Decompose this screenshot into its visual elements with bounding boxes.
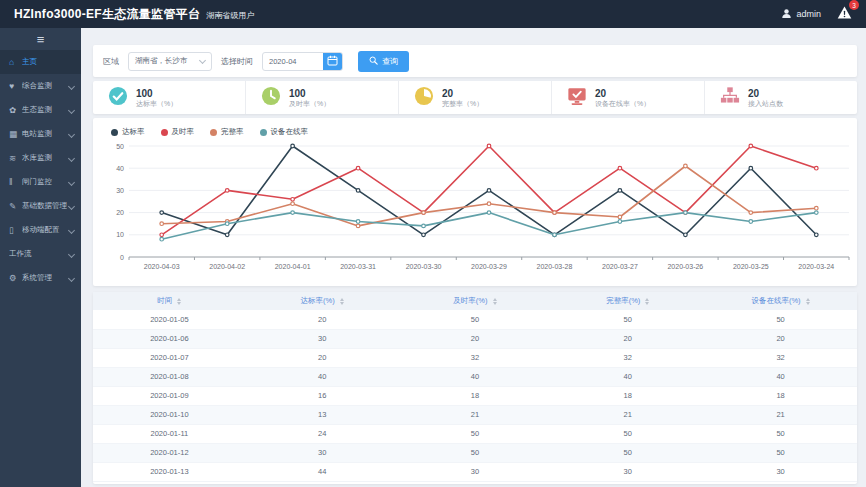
- svg-text:50: 50: [116, 143, 124, 150]
- sort-icon: [806, 298, 810, 305]
- chevron-down-icon: [68, 250, 75, 257]
- table-cell: 18: [551, 386, 704, 405]
- stat-text: 20 完整率（%）: [442, 88, 483, 108]
- sidebar-item-0[interactable]: ⌂主页: [0, 50, 81, 74]
- column-header-0[interactable]: 时间: [93, 292, 246, 310]
- svg-text:2020-03-31: 2020-03-31: [340, 263, 376, 270]
- sidebar-item-3[interactable]: ▦电站监测: [0, 122, 81, 146]
- stat-text: 20 设备在线率（%）: [595, 88, 650, 108]
- username: admin: [796, 9, 821, 19]
- app-header: HZInfo3000-EF生态流量监管平台 湖南省级用户 admin 3: [0, 0, 866, 28]
- data-table: 时间 达标率(%) 及时率(%) 完整率(%) 设备在线率(%) 2020-01…: [93, 292, 857, 482]
- svg-text:2020-03-24: 2020-03-24: [798, 263, 834, 270]
- table-cell: 21: [551, 405, 704, 424]
- filter-bar: 区域 湖南省，长沙市 选择时间 2020-04 查询: [93, 45, 857, 77]
- stat-label: 设备在线率（%）: [595, 99, 650, 108]
- menu-toggle-button[interactable]: ≡: [0, 28, 81, 50]
- sidebar-item-5[interactable]: ‖闸门监控: [0, 170, 81, 194]
- table-cell: 50: [704, 443, 857, 462]
- search-button-label: 查询: [382, 56, 398, 67]
- column-header-4[interactable]: 设备在线率(%): [704, 292, 857, 310]
- legend-item-2[interactable]: 完整率: [210, 127, 244, 137]
- stat-text: 20 接入站点数: [748, 88, 783, 108]
- sidebar-item-2[interactable]: ✿生态监测: [0, 98, 81, 122]
- table-cell: 30: [704, 462, 857, 481]
- time-picker[interactable]: 2020-04: [262, 52, 343, 71]
- table-cell: 2020-01-11: [93, 424, 246, 443]
- table-header-row: 时间 达标率(%) 及时率(%) 完整率(%) 设备在线率(%): [93, 292, 857, 310]
- table-cell: 13: [246, 405, 399, 424]
- sidebar-item-8[interactable]: 工作流: [0, 242, 81, 266]
- sidebar-item-9[interactable]: ⚙系统管理: [0, 266, 81, 290]
- notifications-button[interactable]: 3: [837, 5, 852, 23]
- sort-icon: [177, 298, 181, 305]
- column-header-3[interactable]: 完整率(%): [551, 292, 704, 310]
- column-header-1[interactable]: 达标率(%): [246, 292, 399, 310]
- table-cell: 2020-01-07: [93, 348, 246, 367]
- legend-label: 完整率: [221, 127, 244, 137]
- svg-text:2020-04-01: 2020-04-01: [275, 263, 311, 270]
- mobile-icon: ▯: [9, 225, 22, 235]
- sidebar-item-label: 基础数据管理: [22, 201, 67, 211]
- stat-label: 完整率（%）: [442, 99, 483, 108]
- chevron-down-icon: [68, 82, 75, 89]
- sidebar-item-6[interactable]: ✎基础数据管理: [0, 194, 81, 218]
- table-cell: 50: [551, 424, 704, 443]
- table-cell: 32: [399, 348, 552, 367]
- legend-item-1[interactable]: 及时率: [161, 127, 195, 137]
- svg-text:10: 10: [116, 231, 124, 238]
- sort-icon: [645, 298, 649, 305]
- table-cell: 50: [399, 424, 552, 443]
- legend-item-3[interactable]: 设备在线率: [260, 127, 309, 137]
- table-cell: 2020-01-05: [93, 310, 246, 329]
- sidebar-item-label: 系统管理: [22, 273, 67, 283]
- app-title: HZInfo3000-EF生态流量监管平台: [14, 6, 200, 23]
- clock-icon: [261, 86, 281, 110]
- stat-text: 100 达标率（%）: [136, 88, 177, 108]
- stat-1: 100 及时率（%）: [245, 81, 398, 114]
- search-button[interactable]: 查询: [358, 51, 409, 72]
- table-row-0: 2020-01-0520505050: [93, 310, 857, 329]
- time-label: 选择时间: [221, 56, 253, 67]
- region-select-value: 湖南省，长沙市: [135, 56, 188, 66]
- sidebar-item-7[interactable]: ▯移动端配置: [0, 218, 81, 242]
- user-icon: [781, 8, 792, 21]
- chevron-down-icon: [68, 154, 75, 161]
- table-cell: 18: [704, 386, 857, 405]
- column-header-label: 达标率(%): [301, 296, 335, 305]
- table-row-7: 2020-01-1230505050: [93, 443, 857, 462]
- table-cell: 32: [551, 348, 704, 367]
- station-icon: ▦: [9, 129, 22, 139]
- svg-text:2020-03-27: 2020-03-27: [602, 263, 638, 270]
- chevron-down-icon: [68, 202, 75, 209]
- legend-dot: [111, 129, 118, 136]
- table-cell: 50: [704, 310, 857, 329]
- table-cell: 20: [246, 310, 399, 329]
- sitemap-icon: [720, 86, 740, 110]
- sidebar-item-1[interactable]: ♥综合监测: [0, 74, 81, 98]
- legend-item-0[interactable]: 达标率: [111, 127, 145, 137]
- sidebar-item-label: 闸门监控: [22, 177, 67, 187]
- svg-text:20: 20: [116, 209, 124, 216]
- table-cell: 21: [399, 405, 552, 424]
- table-cell: 2020-01-06: [93, 329, 246, 348]
- calendar-button[interactable]: [323, 52, 342, 71]
- sidebar-item-4[interactable]: ≋水库监测: [0, 146, 81, 170]
- search-icon: [369, 56, 378, 67]
- region-select[interactable]: 湖南省，长沙市: [128, 52, 212, 71]
- legend-label: 达标率: [122, 127, 145, 137]
- main-content: 区域 湖南省，长沙市 选择时间 2020-04 查询: [81, 28, 866, 487]
- column-header-2[interactable]: 及时率(%): [399, 292, 552, 310]
- stat-4: 20 接入站点数: [704, 81, 857, 114]
- table-cell: 20: [399, 329, 552, 348]
- stat-value: 20: [748, 88, 783, 99]
- home-icon: ⌂: [9, 57, 22, 67]
- eco-icon: ✿: [9, 105, 22, 115]
- table-row-5: 2020-01-1013212121: [93, 405, 857, 424]
- table-row-2: 2020-01-0720323232: [93, 348, 857, 367]
- stat-label: 达标率（%）: [136, 99, 177, 108]
- table-cell: 16: [246, 386, 399, 405]
- sidebar-item-label: 主页: [22, 57, 74, 67]
- svg-text:2020-03-25: 2020-03-25: [733, 263, 769, 270]
- user-menu[interactable]: admin: [781, 8, 821, 21]
